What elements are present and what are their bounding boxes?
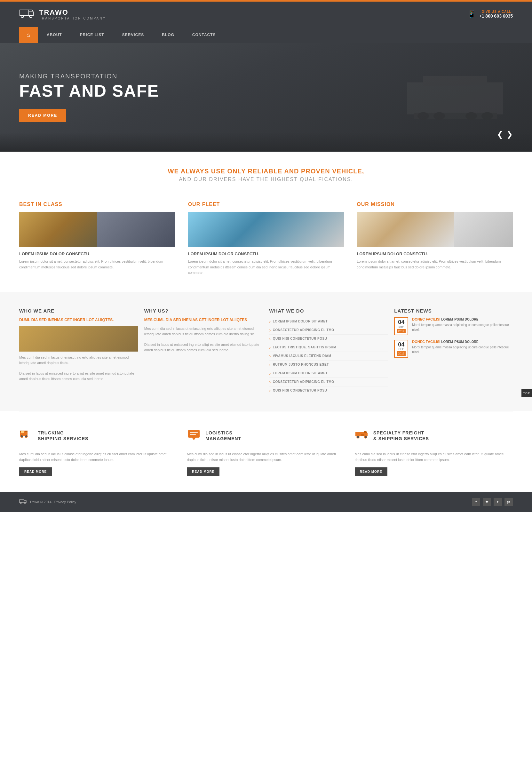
hero-title: FAST AND SAFE [19,83,513,99]
service-logistics-title-area: LOGISTICS MANAGEMENT [205,430,241,445]
our-fleet-title: LOREM IPSUM DOLOR CONSECTU. [188,251,344,256]
nav-services[interactable]: SERVICES [113,27,153,43]
service-trucking-text: Mes cuml dia sed in lacus ut elnasc etor… [19,451,177,463]
three-columns-section: BEST IN CLASS LOREM IPSUM DOLOR CONSECTU… [0,195,532,292]
social-rss[interactable]: ✦ [483,498,491,506]
what-item-5: VIVAMUS IACULIS ELEIFEND DIAM [270,352,388,361]
who-we-are-text2: Dia sed in lacus ut eniasced ing erto al… [19,371,138,382]
what-item-2: CONSECTETUR ADIPISCING ELITMO [270,326,388,335]
mission-interior-image [454,212,513,247]
who-we-are-column: WHO WE ARE DUML DIA SED INENIAS CET INGE… [19,308,138,395]
svg-rect-16 [21,431,24,433]
what-item-9: QUIS NISI CONSECTETUR POSU [270,386,388,395]
boxes-image [97,212,175,247]
service-freight-text: Mes cuml dia sed in lacus ut elnasc etor… [355,451,513,463]
nav-about[interactable]: ABOUT [38,27,71,43]
our-mission-heading: OUR MISSION [357,202,513,207]
hero-prev-button[interactable]: ❮ [497,130,503,139]
nav-price-list[interactable]: PRICE LIST [71,27,113,43]
contact-info: 📱 GIVE US A CALL: +1 800 603 6035 [467,10,513,18]
news-item-2: 04 SEP 2012 DONEC FACILISI LOREM IPSUM D… [394,340,513,358]
nav-home[interactable]: ⌂ [19,27,38,43]
navigation: ⌂ ABOUT PRICE LIST SERVICES BLOG CONTACT… [0,27,532,43]
what-item-4: LECTUS TRISTIQUE. SAGITTIS IPSUM [270,343,388,352]
news-desc-2: Morbi tempor quame massa adipiscing ut c… [412,345,513,355]
svg-point-17 [20,435,23,438]
service-trucking: TRUCKING SHIPPING SERVICES Mes cuml dia … [19,427,177,476]
our-mission-title: LOREM IPSUM DOLOR CONSECTU. [357,251,513,256]
header: TRAWO TRANSPORTATION COMPANY 📱 GIVE US A… [0,2,532,27]
service-freight-title: SPECIALTY FREIGHT & SHIPPING SERVICES [373,430,429,442]
service-freight-btn[interactable]: READ MORE [355,467,387,476]
our-mission-image [357,212,513,247]
news-date-box-1: 04 SEP 2012 [394,317,408,335]
logo-text-area: TRAWO TRANSPORTATION COMPANY [39,8,106,20]
news-date-1: 04 SEP 2012 [394,317,408,335]
hero-next-button[interactable]: ❯ [507,130,513,139]
news-date-2: 04 SEP 2012 [394,340,408,358]
service-logistics: LOGISTICS MANAGEMENT Mes cuml dia sed in… [187,427,345,476]
our-mission-text: Lorem ipsum dolor sit amet, consectetur … [357,259,513,270]
svg-point-32 [24,502,25,503]
who-we-are-text1: Mes cuml dia sed in lacus ut eniasct ing… [19,355,138,366]
who-we-are-heading: WHO WE ARE [19,308,138,313]
service-trucking-btn[interactable]: READ MORE [19,467,52,476]
news-title-2: DONEC FACILISI LOREM IPSUM DOLORE [412,340,513,343]
footer-copyright: Trawo © 2014 | Privacy Policy [29,500,76,504]
latest-news-heading: LATEST NEWS [394,308,513,313]
service-logistics-title: LOGISTICS MANAGEMENT [205,430,241,442]
news-item-1: 04 SEP 2012 DONEC FACILISI LOREM IPSUM D… [394,317,513,335]
social-gplus[interactable]: g+ [505,498,513,506]
trucking-icon [19,427,33,444]
latest-news-column: LATEST NEWS 04 SEP 2012 DONEC FACILISI L… [394,308,513,395]
what-we-do-list: LOREM IPSUM DOLOR SIT AMET CONSECTETUR A… [270,317,388,395]
what-we-do-column: WHAT WE DO LOREM IPSUM DOLOR SIT AMET CO… [270,308,388,395]
svg-rect-0 [20,10,29,16]
service-trucking-header: TRUCKING SHIPPING SERVICES [19,427,177,447]
promo-line2: AND OUR DRIVERS HAVE THE HIGHEST QUALIFI… [19,176,513,182]
service-trucking-title: TRUCKING SHIPPING SERVICES [38,430,88,442]
footer-social: f ✦ t g+ [472,498,513,506]
hero-navigation: ❮ ❯ [497,130,513,139]
service-logistics-btn[interactable]: READ MORE [187,467,219,476]
why-us-text1: Mes cuml dia sed in lacus ut eniasct ing… [144,326,263,337]
why-us-heading: WHY US? [144,308,263,313]
truck-logo-icon [19,7,34,21]
service-freight: SPECIALTY FREIGHT & SHIPPING SERVICES Me… [355,427,513,476]
who-we-are-image [19,326,138,352]
nav-blog[interactable]: BLOG [153,27,183,43]
four-columns-section: WHO WE ARE DUML DIA SED INENIAS CET INGE… [0,292,532,411]
news-day-2: 04 [397,342,406,347]
news-content-2: DONEC FACILISI LOREM IPSUM DOLORE Morbi … [412,340,513,358]
news-title-1: DONEC FACILISI LOREM IPSUM DOLORE [412,317,513,321]
news-year-2: 2012 [397,351,406,356]
our-fleet-image [188,212,344,247]
social-twitter[interactable]: t [493,498,502,506]
our-mission-column: OUR MISSION LOREM IPSUM DOLOR CONSECTU. … [350,202,513,276]
news-date-box-2: 04 SEP 2012 [394,340,408,358]
svg-marker-15 [25,431,27,432]
logistics-icon [187,427,201,444]
what-item-1: LOREM IPSUM DOLOR SIT AMET [270,317,388,326]
footer: Trawo © 2014 | Privacy Policy f ✦ t g+ [0,492,532,512]
service-logistics-header: LOGISTICS MANAGEMENT [187,427,345,447]
why-us-column: WHY US? MES CUML DIA SED INENIAS CET ING… [144,308,263,395]
our-fleet-column: OUR FLEET LOREM IPSUM DOLOR CONSECTU. Lo… [182,202,351,276]
scroll-to-top-button[interactable]: TOP [521,389,532,397]
why-us-text2: Dia sed in lacus ut eniasced ing erto al… [144,342,263,353]
svg-point-26 [357,436,359,438]
phone-icon: 📱 [467,10,476,18]
hero-read-more-button[interactable]: READ MORE [19,109,66,122]
logo-text: TRAWO [39,8,106,17]
svg-rect-22 [190,434,196,435]
social-facebook[interactable]: f [472,498,480,506]
our-fleet-heading: OUR FLEET [188,202,344,207]
nav-contacts[interactable]: CONTACTS [183,27,225,43]
hero-subtitle: MAKING TRANSPORTATION [19,73,513,80]
best-in-class-heading: BEST IN CLASS [19,202,175,207]
news-content-1: DONEC FACILISI LOREM IPSUM DOLORE Morbi … [412,317,513,335]
what-we-do-heading: WHAT WE DO [270,308,388,313]
svg-rect-29 [19,500,24,502]
give-us-label: GIVE US A CALL: [479,10,513,13]
service-freight-title-area: SPECIALTY FREIGHT & SHIPPING SERVICES [373,430,429,445]
